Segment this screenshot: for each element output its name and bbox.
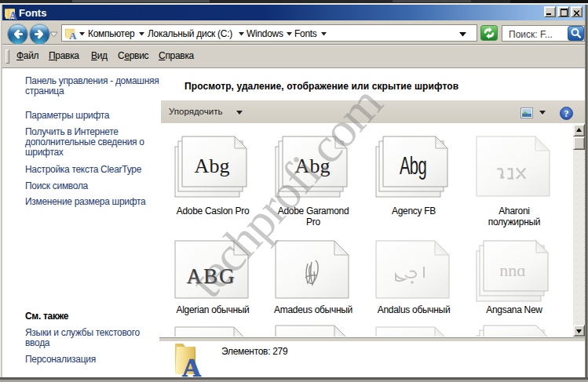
svg-text:A: A [182,353,202,377]
svg-text:A: A [9,10,17,20]
svg-text:?: ? [564,108,569,119]
svg-text:A: A [69,30,77,39]
svg-text:Abg: Abg [400,152,426,180]
svg-text:nnɑ: nnɑ [499,260,526,280]
svg-text:Abg: Abg [195,155,230,177]
